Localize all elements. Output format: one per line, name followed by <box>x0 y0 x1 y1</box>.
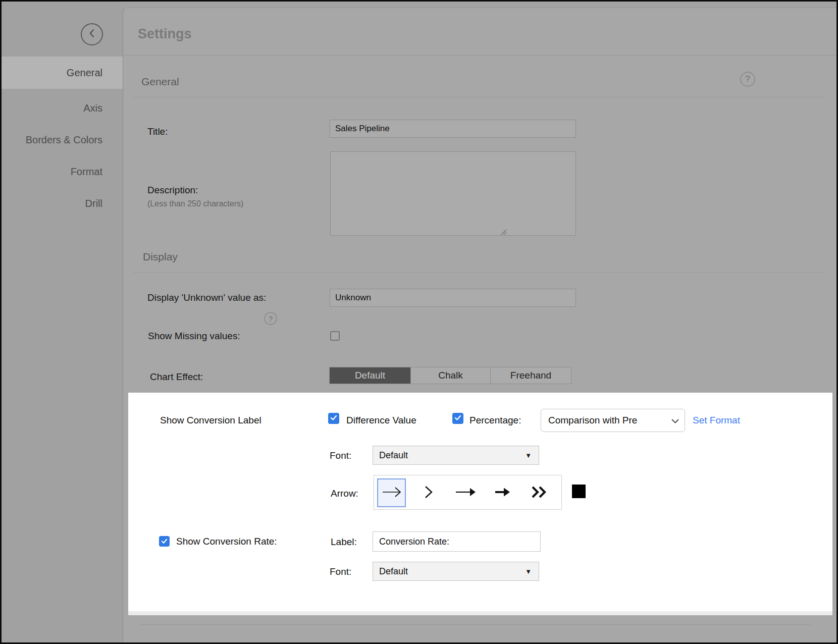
conversion-label-font-dropdown[interactable]: Default ▼ <box>373 446 539 465</box>
segment-label: Chalk <box>438 370 463 381</box>
arrow-option-thin-arrow[interactable] <box>377 478 406 507</box>
arrow-color-swatch[interactable] <box>572 485 586 498</box>
solid-arrow-icon <box>454 486 477 500</box>
question-mark: ? <box>745 74 750 84</box>
arrow-style-picker <box>374 475 562 510</box>
chevron-right-icon <box>424 485 434 501</box>
description-hint: (Less than 250 characters) <box>147 199 243 208</box>
conversion-label-font-label: Font: <box>330 450 351 461</box>
settings-header <box>123 8 836 56</box>
conversion-rate-font-label: Font: <box>330 566 351 577</box>
chart-effect-segmented-control: Default Chalk Freehand <box>329 367 571 384</box>
checkmark-icon <box>454 414 461 423</box>
settings-sidebar: General Axis Borders & Colors Format Dri… <box>2 2 123 642</box>
percentage-checkbox[interactable] <box>452 413 463 424</box>
title-input[interactable] <box>330 120 576 138</box>
sidebar-item-axis[interactable]: Axis <box>2 92 123 124</box>
general-section-heading: General <box>141 76 179 88</box>
comparison-select[interactable]: Comparison with Pre <box>541 409 685 432</box>
dropdown-arrow-icon: ▼ <box>525 568 532 575</box>
segment-label: Default <box>355 370 385 381</box>
set-format-link[interactable]: Set Format <box>693 415 740 426</box>
divider <box>133 272 825 273</box>
footer-divider <box>141 624 810 625</box>
description-textarea[interactable] <box>330 151 576 236</box>
help-icon[interactable]: ? <box>740 72 755 87</box>
checkmark-icon <box>161 537 168 546</box>
display-section-heading: Display <box>143 251 178 263</box>
arrow-option-double-chevron[interactable] <box>525 478 553 507</box>
font-dropdown-value: Default <box>379 450 408 461</box>
description-label: Description: <box>147 185 198 196</box>
display-unknown-input[interactable] <box>330 289 576 307</box>
chart-effect-label: Chart Effect: <box>150 371 203 383</box>
conversion-settings-highlight-panel-footer <box>128 611 832 615</box>
dropdown-arrow-icon: ▼ <box>525 452 532 459</box>
show-conversion-rate-checkbox[interactable] <box>159 536 170 547</box>
difference-value-label: Difference Value <box>346 415 416 426</box>
page-title: Settings <box>138 26 192 42</box>
arrow-label: Arrow: <box>331 488 358 499</box>
display-unknown-label: Display 'Unknown' value as: <box>147 292 266 303</box>
chevron-down-icon <box>671 419 679 423</box>
checkmark-icon <box>330 414 337 423</box>
difference-value-checkbox[interactable] <box>328 413 339 424</box>
thin-arrow-icon <box>381 486 402 501</box>
segment-label: Freehand <box>510 370 551 381</box>
question-mark: ? <box>269 314 273 323</box>
conversion-rate-font-dropdown[interactable]: Default ▼ <box>373 562 539 581</box>
arrow-option-solid-arrow[interactable] <box>451 478 480 507</box>
sidebar-item-label: Borders & Colors <box>26 134 102 146</box>
chart-effect-option-freehand[interactable]: Freehand <box>490 367 571 384</box>
arrow-option-chevron[interactable] <box>414 478 443 507</box>
sidebar-item-drill[interactable]: Drill <box>2 187 123 220</box>
show-missing-values-label: Show Missing values: <box>148 331 240 342</box>
back-button[interactable] <box>81 23 103 45</box>
title-label: Title: <box>147 126 168 137</box>
divider <box>133 97 825 97</box>
sidebar-item-label: Format <box>71 166 102 178</box>
bold-arrow-icon <box>494 486 511 500</box>
help-icon[interactable]: ? <box>264 312 277 325</box>
show-conversion-rate-label: Show Conversion Rate: <box>176 536 277 547</box>
show-missing-values-checkbox[interactable] <box>330 331 340 341</box>
conversion-rate-label-input[interactable] <box>373 531 541 552</box>
sidebar-item-borders-colors[interactable]: Borders & Colors <box>2 124 123 156</box>
sidebar-item-general[interactable]: General <box>2 57 123 89</box>
chevron-left-icon <box>89 29 95 40</box>
font-dropdown-value: Default <box>379 566 408 577</box>
sidebar-item-label: Axis <box>83 102 102 114</box>
percentage-label: Percentage: <box>469 415 521 426</box>
chart-effect-option-default[interactable]: Default <box>330 367 410 384</box>
rate-label-label: Label: <box>331 536 357 548</box>
sidebar-item-format[interactable]: Format <box>2 155 123 188</box>
sidebar-item-label: Drill <box>85 198 102 209</box>
chart-effect-option-chalk[interactable]: Chalk <box>410 367 490 384</box>
comparison-select-value: Comparison with Pre <box>548 415 637 426</box>
sidebar-item-label: General <box>67 67 102 79</box>
show-conversion-label-label: Show Conversion Label <box>160 415 261 426</box>
double-chevron-icon <box>531 485 548 501</box>
arrow-option-bold-arrow[interactable] <box>488 478 516 507</box>
